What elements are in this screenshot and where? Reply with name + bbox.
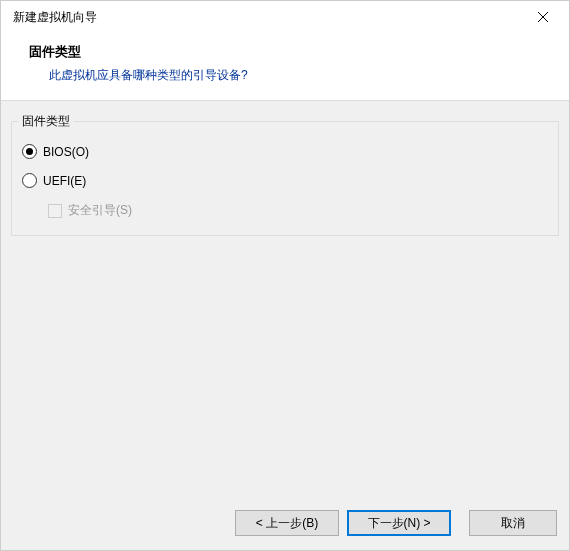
wizard-footer: < 上一步(B) 下一步(N) > 取消 — [1, 500, 569, 550]
firmware-groupbox: 固件类型 BIOS(O) UEFI(E) 安全引导(S) — [11, 121, 559, 236]
cancel-button[interactable]: 取消 — [469, 510, 557, 536]
close-icon — [538, 12, 548, 22]
radio-icon — [22, 173, 37, 188]
radio-icon — [22, 144, 37, 159]
page-subheading: 此虚拟机应具备哪种类型的引导设备? — [29, 67, 549, 84]
groupbox-legend: 固件类型 — [18, 113, 74, 130]
checkbox-secure-boot-label: 安全引导(S) — [68, 202, 132, 219]
close-button[interactable] — [529, 3, 557, 31]
radio-uefi[interactable]: UEFI(E) — [22, 173, 548, 188]
back-button[interactable]: < 上一步(B) — [235, 510, 339, 536]
next-button[interactable]: 下一步(N) > — [347, 510, 451, 536]
radio-bios-label: BIOS(O) — [43, 145, 89, 159]
radio-uefi-label: UEFI(E) — [43, 174, 86, 188]
checkbox-secure-boot: 安全引导(S) — [48, 202, 548, 219]
page-heading: 固件类型 — [29, 43, 549, 61]
titlebar: 新建虚拟机向导 — [1, 1, 569, 33]
wizard-header: 固件类型 此虚拟机应具备哪种类型的引导设备? — [1, 33, 569, 100]
radio-bios[interactable]: BIOS(O) — [22, 144, 548, 159]
main-panel: 固件类型 BIOS(O) UEFI(E) 安全引导(S) — [1, 101, 569, 500]
checkbox-icon — [48, 204, 62, 218]
window-title: 新建虚拟机向导 — [13, 9, 97, 26]
